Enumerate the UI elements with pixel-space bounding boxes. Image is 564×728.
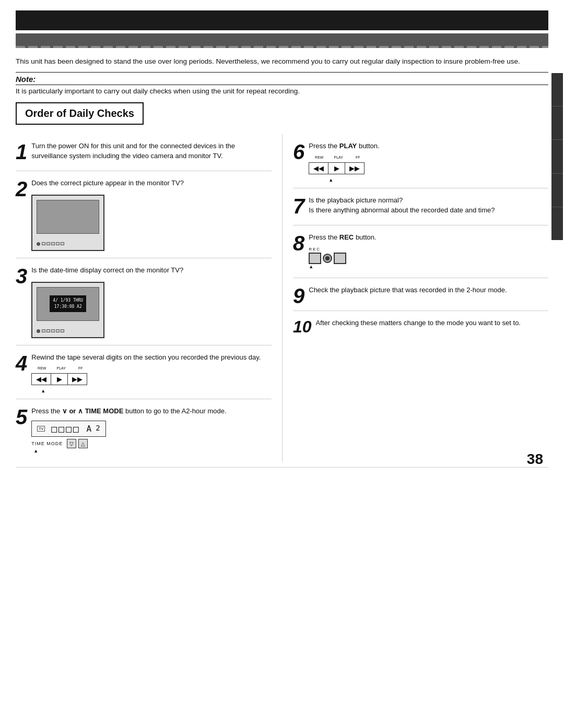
- step-3-number: 3: [16, 267, 27, 285]
- monitor-illustration-3: 4/ 1/93 THRU 17:30:08 A2: [31, 282, 104, 338]
- step-9-text: Check the playback picture that was reco…: [309, 285, 548, 295]
- seg-2c: [51, 242, 55, 245]
- sidebar-tabs: [551, 73, 563, 240]
- ff-button-4[interactable]: ▶▶: [68, 374, 87, 385]
- step-8-content: Press the REC button. REC: [309, 233, 548, 272]
- step-9-number: 9: [293, 287, 304, 305]
- step-8-text: Press the REC button.: [309, 233, 548, 243]
- time-mode-buttons: ▽ △: [67, 439, 88, 448]
- step-8-suffix: button.: [356, 233, 377, 241]
- step-2-content: Does the correct picture appear in the m…: [31, 178, 272, 253]
- arrow-marker-6: ▲: [309, 177, 333, 183]
- step-5-number: 5: [16, 408, 27, 426]
- step-4-content: Rewind the tape several digits on the se…: [31, 353, 272, 394]
- rec-circle-center: [323, 254, 332, 263]
- seg-2a: [42, 242, 45, 245]
- monitor-illustration-2: [31, 195, 104, 251]
- intro-text: This unit has been designed to stand the…: [16, 56, 548, 67]
- sidebar-tab-3: [551, 140, 563, 173]
- rew-button-4[interactable]: ◀◀: [32, 374, 51, 385]
- arrow-marker-8: ▲: [309, 264, 313, 269]
- sidebar-tab-2: [551, 106, 563, 140]
- vcr-wrap-6: REW PLAY FF ◀◀ ▶: [309, 156, 548, 183]
- arrow-marker-4: ▲: [31, 388, 45, 393]
- 2-indicator: 2: [96, 424, 100, 434]
- time-mode-digits: □□□□: [51, 423, 80, 434]
- note-section: Note: It is particularly important to ca…: [16, 72, 548, 95]
- step-10: 10 After checking these matters change t…: [293, 311, 548, 340]
- seg-3a: [42, 329, 45, 332]
- rew-arrow-4: ◀◀: [36, 375, 46, 383]
- seg-2d: [56, 242, 60, 245]
- monitor-screen-3: 4/ 1/93 THRU 17:30:08 A2: [37, 287, 99, 321]
- vcr-wrap-4: REW PLAY FF ◀◀ ▶: [31, 366, 272, 393]
- step-4-text: Rewind the tape several digits on the se…: [31, 353, 272, 363]
- rec-button-graphic: [309, 253, 346, 264]
- rew-label-6: REW: [309, 156, 330, 159]
- vcr-button-group-6: ◀◀ ▶ ▶▶: [309, 162, 365, 174]
- top-bar: [16, 10, 548, 30]
- step-1-text: Turn the power ON for this unit and for …: [31, 141, 272, 161]
- step-8-bold: REC: [339, 233, 354, 241]
- content-grid: 1 Turn the power ON for this unit and fo…: [16, 134, 548, 462]
- seg-3b: [46, 329, 50, 332]
- step-2-text: Does the correct picture appear in the m…: [31, 178, 272, 188]
- rec-inner-dot: [325, 256, 330, 260]
- step-2-number: 2: [16, 180, 27, 198]
- step-7-number: 7: [293, 197, 304, 216]
- step-3: 3 Is the date-time display correct on th…: [16, 258, 272, 345]
- step-6-bold: PLAY: [339, 142, 357, 150]
- step-5-prefix: Press the: [31, 407, 60, 415]
- step-2: 2 Does the correct picture appear in the…: [16, 171, 272, 258]
- note-label: Note:: [16, 75, 36, 83]
- play-label-6: PLAY: [330, 156, 347, 159]
- sidebar-tab-5: [551, 207, 563, 240]
- ff-label-6: FF: [347, 156, 368, 159]
- rec-label-text: REC: [309, 247, 321, 252]
- seg-2e: [61, 242, 64, 245]
- left-column: 1 Turn the power ON for this unit and fo…: [16, 134, 282, 462]
- seg-3d: [56, 329, 60, 332]
- monitor-segs-3: [42, 329, 64, 332]
- step-9: 9 Check the playback picture that was re…: [293, 278, 548, 311]
- step-10-content: After checking these matters change to t…: [316, 318, 548, 332]
- monitor-controls-3: [37, 329, 64, 333]
- page-number: 38: [527, 451, 543, 468]
- seg-3e: [61, 329, 64, 332]
- second-bar: [16, 33, 548, 48]
- time-mode-text: TIME MODE: [31, 441, 63, 446]
- time-mode-btn-down[interactable]: ▽: [67, 439, 76, 448]
- vcr-label-row-4: REW PLAY FF: [31, 366, 91, 370]
- play-button-4[interactable]: ▶: [51, 374, 68, 385]
- time-mode-label-row: TIME MODE ▽ △: [31, 439, 272, 448]
- time-mode-indicator: A 2: [87, 424, 100, 434]
- time-mode-btn-up[interactable]: △: [78, 439, 88, 448]
- step-5-bold: ∨ or ∧ TIME MODE: [62, 407, 124, 415]
- ff-arrow-4: ▶▶: [72, 375, 83, 383]
- note-text: It is particularly important to carry ou…: [16, 87, 548, 95]
- step-6-prefix: Press the: [309, 142, 337, 150]
- ff-button-6[interactable]: ▶▶: [345, 163, 364, 174]
- step-3-content: Is the date-time display correct on the …: [31, 266, 272, 340]
- step-5-suffix: button to go to the A2-hour mode.: [125, 407, 227, 415]
- monitor-screen-2: [37, 200, 99, 234]
- ff-arrow-6: ▶▶: [349, 164, 360, 172]
- play-button-6[interactable]: ▶: [328, 163, 345, 174]
- bottom-divider: [16, 467, 548, 468]
- monitor-dot-2: [37, 242, 40, 246]
- time-mode-display-row: TV □□□□ A 2: [31, 421, 272, 437]
- arrow-marker-5: ▲: [31, 448, 272, 453]
- monitor-segs-2: [42, 242, 64, 245]
- step-1: 1 Turn the power ON for this unit and fo…: [16, 134, 272, 171]
- rew-button-6[interactable]: ◀◀: [309, 163, 328, 174]
- monitor-controls-2: [37, 242, 64, 246]
- step-10-text: After checking these matters change to t…: [316, 318, 548, 328]
- play-label-4: PLAY: [53, 366, 69, 370]
- a-indicator: A: [87, 424, 92, 434]
- step-10-number: 10: [293, 319, 312, 335]
- step-5-content: Press the ∨ or ∧ TIME MODE button to go …: [31, 407, 272, 457]
- vcr-buttons-4: REW PLAY FF ◀◀ ▶: [31, 366, 272, 393]
- step-7-text: Is the playback picture normal? Is there…: [309, 196, 548, 216]
- step-1-content: Turn the power ON for this unit and for …: [31, 141, 272, 165]
- step-4: 4 Rewind the tape several digits on the …: [16, 345, 272, 400]
